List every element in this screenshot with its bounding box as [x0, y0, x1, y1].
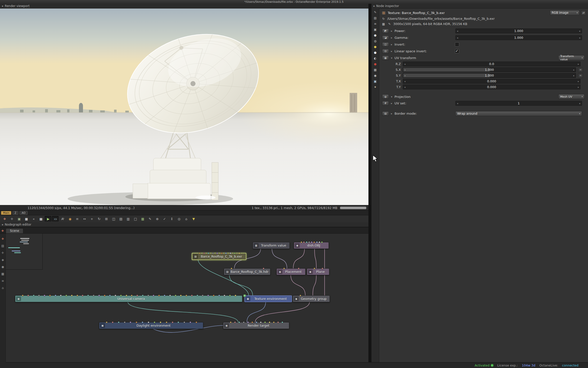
tx-slider[interactable]: ◂ 0.000 ▸: [403, 79, 580, 84]
node-pin[interactable]: [169, 295, 171, 296]
node-pin[interactable]: [313, 241, 315, 243]
node-pin[interactable]: [136, 295, 138, 296]
node-pin[interactable]: [303, 241, 305, 243]
node-pin[interactable]: [130, 321, 131, 323]
ty-slider[interactable]: ◂ 0.000 ▸: [403, 85, 580, 89]
node-palette-icon[interactable]: ●: [374, 51, 376, 54]
play-button[interactable]: ▶: [45, 216, 51, 222]
focus-picker-button[interactable]: ◉: [66, 216, 73, 222]
annotate-button[interactable]: ✎: [146, 216, 153, 222]
menu-button[interactable]: ≡: [74, 216, 80, 222]
node-palette-icon[interactable]: ▤: [374, 17, 376, 20]
expand-arrow-icon[interactable]: ▸: [390, 112, 393, 115]
node-pin[interactable]: [281, 321, 283, 323]
node-pin[interactable]: [230, 321, 232, 323]
restart-button[interactable]: «: [30, 216, 37, 222]
nodegraph-tool-icon[interactable]: ▤: [1, 244, 4, 248]
region-icon[interactable]: ▣: [16, 216, 22, 222]
node-pin[interactable]: [238, 252, 240, 254]
node-texture-environment[interactable]: ▣Texture environment: [244, 295, 292, 302]
node-pin[interactable]: [300, 295, 301, 296]
linear-invert-checkbox[interactable]: [455, 49, 459, 53]
node-palette-icon[interactable]: ●: [374, 63, 376, 66]
uv-transform-dropdown[interactable]: Transform value ▾: [558, 55, 584, 60]
node-input-socket[interactable]: [243, 294, 246, 297]
invert-checkbox[interactable]: [455, 42, 459, 47]
node-pin[interactable]: [183, 321, 185, 323]
node-pin[interactable]: [306, 241, 308, 243]
node-pin[interactable]: [235, 295, 236, 296]
node-pin[interactable]: [166, 321, 167, 323]
node-pin[interactable]: [225, 252, 227, 254]
node-pin[interactable]: [247, 321, 249, 323]
nodegraph-tool-icon[interactable]: ❖: [2, 237, 4, 241]
node-pin[interactable]: [177, 321, 179, 323]
node-palette-icon[interactable]: ◍: [374, 40, 376, 43]
node-pin[interactable]: [65, 295, 67, 296]
node-pin[interactable]: [229, 295, 231, 296]
node-render-target[interactable]: ◉Render target: [223, 322, 289, 329]
expand-arrow-icon[interactable]: ▸: [390, 30, 393, 32]
slider-right-arrow[interactable]: ▸: [578, 86, 579, 88]
node-pin[interactable]: [230, 252, 231, 254]
slider-right-arrow[interactable]: ▸: [573, 74, 574, 77]
subsample-button[interactable]: A¹: [59, 216, 66, 222]
node-pin[interactable]: [124, 321, 126, 323]
node-transform-value[interactable]: ▦Transform value: [253, 242, 290, 249]
node-pin[interactable]: [136, 321, 137, 323]
node-pin[interactable]: [314, 268, 315, 269]
node-palette-icon[interactable]: ✶: [374, 86, 376, 89]
nodegraph-tool-icon[interactable]: ⌂: [2, 286, 4, 290]
node-palette-icon[interactable]: ●: [374, 34, 376, 37]
node-pin[interactable]: [212, 252, 214, 254]
link-xy-icon[interactable]: ∞: [578, 68, 583, 72]
node-pin[interactable]: [199, 252, 201, 254]
node-barce-rooftop-exr[interactable]: ▨Barce_Rooftop_C_3k_b.exr: [192, 253, 246, 260]
node-pin[interactable]: [112, 321, 114, 323]
node-dish-obj[interactable]: ◆dish.OBJ: [294, 242, 329, 249]
pass-tab-ao[interactable]: AO: [20, 211, 27, 215]
node-pin[interactable]: [243, 321, 245, 323]
grid-button[interactable]: ⊞: [103, 216, 110, 222]
node-pin[interactable]: [93, 295, 94, 296]
node-pin[interactable]: [308, 241, 310, 243]
nodegraph-canvas[interactable]: ❖▤✛◈◉▦≡⌂ ▦Transform value◆dish.OBJ▨Barce…: [0, 233, 368, 362]
pass-tab-main[interactable]: Main: [1, 211, 11, 215]
power-slider[interactable]: ◂ 1.000 ▸: [455, 29, 582, 33]
node-pin[interactable]: [33, 295, 35, 296]
node-pin[interactable]: [142, 295, 144, 296]
pan-icon[interactable]: ✛: [8, 216, 15, 222]
node-pin[interactable]: [231, 268, 232, 269]
nodegraph-tool-icon[interactable]: ✛: [2, 251, 4, 255]
slider-right-arrow[interactable]: ▸: [579, 37, 580, 39]
node-pin[interactable]: [22, 295, 24, 296]
rz-slider[interactable]: ◂ 0.0 ▸: [403, 62, 580, 66]
node-palette-icon[interactable]: ◉: [374, 74, 376, 77]
node-pin[interactable]: [153, 295, 154, 296]
node-palette-icon[interactable]: ◐: [374, 57, 376, 60]
node-pin[interactable]: [160, 321, 161, 323]
node-pin[interactable]: [120, 295, 122, 296]
columns-button[interactable]: ▥: [125, 216, 131, 222]
node-pin[interactable]: [115, 295, 116, 296]
node-pin[interactable]: [277, 321, 279, 323]
node-pin[interactable]: [185, 295, 187, 296]
node-pin[interactable]: [191, 295, 193, 296]
pan-tool-button[interactable]: ↔: [81, 216, 88, 222]
node-pin[interactable]: [260, 321, 262, 323]
node-pin[interactable]: [283, 268, 285, 269]
slider-right-arrow[interactable]: ▸: [578, 63, 579, 65]
slider-right-arrow[interactable]: ▸: [573, 69, 574, 71]
node-pin[interactable]: [301, 241, 302, 243]
node-pin[interactable]: [98, 295, 100, 296]
crosshair-button[interactable]: +: [88, 216, 95, 222]
node-pin[interactable]: [106, 321, 108, 323]
node-barce-rooftop-hdr[interactable]: ▨Barce_Rooftop_C_3k.hdr: [224, 268, 270, 275]
rotate-button[interactable]: ↻: [95, 216, 102, 222]
gamma-slider[interactable]: ◂ 1.000 ▸: [455, 35, 582, 40]
node-pin[interactable]: [264, 321, 266, 323]
node-pin[interactable]: [189, 321, 191, 323]
node-pin[interactable]: [195, 321, 197, 323]
node-pin[interactable]: [234, 252, 236, 254]
node-pin[interactable]: [87, 295, 89, 296]
